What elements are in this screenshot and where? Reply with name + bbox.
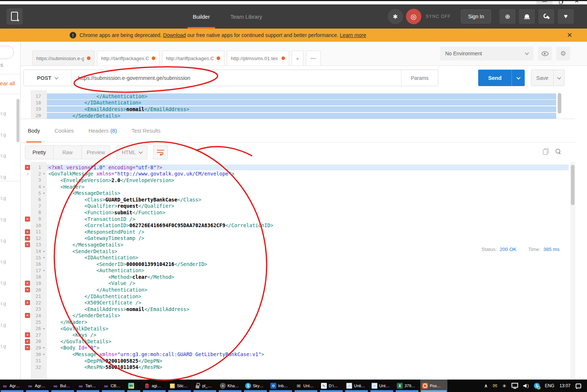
bell-icon[interactable] — [519, 9, 535, 24]
response-body-viewer[interactable]: ×1<?xml version="1.0" encoding="utf-8"?>… — [21, 162, 570, 380]
taskbar-item[interactable]: Pos… — [420, 380, 447, 392]
response-tab-cookies[interactable]: Cookies — [55, 119, 74, 142]
history-item[interactable]: t.g — [0, 203, 20, 224]
sign-in-button[interactable]: Sign In — [461, 10, 491, 23]
outlook-icon — [270, 383, 276, 389]
action-center-icon[interactable] — [576, 384, 581, 388]
banner-close-icon[interactable]: ✕ — [567, 31, 572, 39]
taskbar-item[interactable]: Unt… — [370, 380, 394, 392]
globe-icon[interactable]: ⊕ — [499, 9, 516, 24]
heart-icon[interactable]: ♥ — [558, 9, 574, 24]
new-tab-icon[interactable] — [7, 8, 23, 25]
taskbar-item[interactable]: Tari… — [76, 380, 100, 392]
method-select[interactable]: POST — [24, 70, 71, 86]
view-tab-preview[interactable]: Preview — [82, 146, 110, 159]
taskbar-item[interactable]: Kha… — [218, 380, 242, 392]
taskbar-item[interactable]: Agr… — [0, 380, 24, 392]
url-input[interactable]: https://submission.e-government.ge/submi… — [71, 70, 401, 86]
copy-icon[interactable] — [543, 148, 549, 155]
environment-quicklook-button[interactable] — [538, 47, 552, 60]
response-tab-body[interactable]: Body — [28, 119, 40, 142]
code-line: 23 <EmailAddress>nomail</EmailAddress> — [21, 306, 570, 313]
request-tab[interactable]: https://submission.e-g — [32, 51, 95, 66]
add-tab-button[interactable]: + — [292, 51, 303, 66]
volume-icon[interactable] — [523, 383, 529, 388]
taskbar-item[interactable]: Sky… — [243, 380, 267, 392]
history-item[interactable]: t.g — [0, 181, 20, 203]
fold-arrow-icon[interactable]: ▾ — [41, 185, 47, 189]
learn-more-link[interactable]: Learn more — [340, 32, 366, 38]
taskbar-item[interactable]: Unt… — [294, 380, 318, 392]
clock[interactable]: 13:07 — [560, 383, 571, 388]
fold-arrow-icon[interactable]: ▾ — [41, 256, 47, 259]
taskbar-item[interactable]: D:\… — [319, 380, 343, 392]
history-item[interactable]: t.g — [0, 266, 20, 287]
taskbar-item[interactable]: Unti… — [344, 380, 369, 392]
format-select[interactable]: HTML — [117, 145, 147, 159]
more-tabs-button[interactable]: ••• — [306, 51, 321, 66]
history-item[interactable]: t.g — [0, 160, 20, 181]
taskbar-item[interactable] — [126, 380, 141, 392]
chevron-up-icon[interactable]: ∧ — [484, 383, 488, 388]
history-item[interactable]: t.g — [0, 308, 20, 329]
taskbar-item[interactable]: agi… — [142, 380, 166, 392]
slack-icon[interactable]: ✳ — [502, 383, 506, 389]
settings-button[interactable]: ⚙ — [556, 47, 570, 60]
history-item[interactable]: t.g — [0, 139, 20, 160]
request-tab[interactable]: http://tariffpackages.C — [97, 51, 159, 66]
fold-arrow-icon[interactable]: ▾ — [41, 346, 47, 350]
response-tab-test-results[interactable]: Test Results — [132, 119, 160, 142]
search-icon[interactable] — [555, 148, 561, 155]
download-link[interactable]: Download — [163, 32, 186, 38]
fold-arrow-icon[interactable]: ▾ — [41, 249, 47, 253]
taskbar-item[interactable]: Bul… — [51, 380, 75, 392]
history-item[interactable]: t.g — [0, 224, 20, 245]
save-options-button[interactable] — [553, 70, 564, 86]
fold-arrow-icon[interactable]: ▾ — [41, 172, 47, 175]
taskbar-item[interactable]: pl_… — [193, 380, 217, 392]
view-tab-pretty[interactable]: Pretty — [25, 146, 53, 159]
save-button[interactable]: Save — [531, 70, 565, 86]
tab-team-library[interactable]: Team Library — [225, 4, 267, 29]
taskbar-item[interactable]: Stic… — [167, 380, 192, 392]
response-scrollbar[interactable] — [570, 162, 575, 380]
monitor-icon[interactable] — [512, 383, 518, 389]
sidebar-scrollbar[interactable] — [16, 99, 19, 142]
window-close-button[interactable]: ✕ — [569, 0, 585, 4]
view-tab-raw[interactable]: Raw — [53, 146, 82, 159]
send-button[interactable]: Send — [478, 70, 525, 86]
taskbar-item[interactable]: CB… — [101, 380, 125, 392]
mail-icon[interactable]: ✉ — [492, 382, 497, 389]
window-restore-button[interactable] — [553, 0, 569, 4]
fold-arrow-icon[interactable]: ▾ — [41, 269, 47, 272]
request-body-editor[interactable]: 17 </Authentication>18 </IDAuthenticatio… — [21, 90, 587, 119]
sidebar-search-input[interactable] — [0, 46, 14, 59]
editor-scrollbar[interactable] — [558, 93, 561, 114]
clear-all-link[interactable]: ear all — [0, 80, 15, 86]
wrap-text-button[interactable] — [153, 145, 168, 159]
history-item[interactable]: t.g — [0, 329, 20, 351]
window-minimize-button[interactable]: — — [536, 0, 553, 4]
taskbar-item[interactable]: Inb… — [269, 380, 293, 392]
request-tab[interactable]: http://ptmssms.01.tes — [227, 51, 289, 66]
language-indicator[interactable]: ENG — [545, 383, 554, 388]
fold-arrow-icon[interactable]: ▾ — [41, 327, 47, 330]
skype-tray-icon[interactable]: S — [534, 383, 540, 389]
fold-arrow-icon[interactable]: ▾ — [41, 352, 47, 356]
history-item[interactable]: t.g — [0, 245, 20, 266]
code-line: 30▾ <Message xmlns="urn:g3.ge:moh:call:G… — [21, 351, 570, 358]
response-tab-headers[interactable]: Headers(8) — [88, 119, 117, 142]
wrench-icon[interactable] — [538, 9, 554, 24]
fold-arrow-icon[interactable]: ▾ — [41, 191, 47, 195]
send-options-button[interactable] — [512, 70, 525, 86]
taskbar-item[interactable]: Agr… — [25, 380, 49, 392]
history-item[interactable]: t.g — [0, 287, 20, 308]
request-tab[interactable]: http://tariffpackages.C — [162, 51, 224, 66]
sync-icon[interactable]: ◎ — [406, 9, 421, 24]
code-line: 7 <Qualifier>request</Qualifier> — [21, 203, 570, 210]
params-button[interactable]: Params — [401, 70, 438, 86]
interceptor-icon[interactable]: ✱ — [388, 9, 403, 24]
taskbar-item[interactable]: 379… — [395, 380, 419, 392]
environment-select[interactable]: No Environment — [440, 47, 534, 60]
tab-builder[interactable]: Builder — [188, 4, 215, 29]
